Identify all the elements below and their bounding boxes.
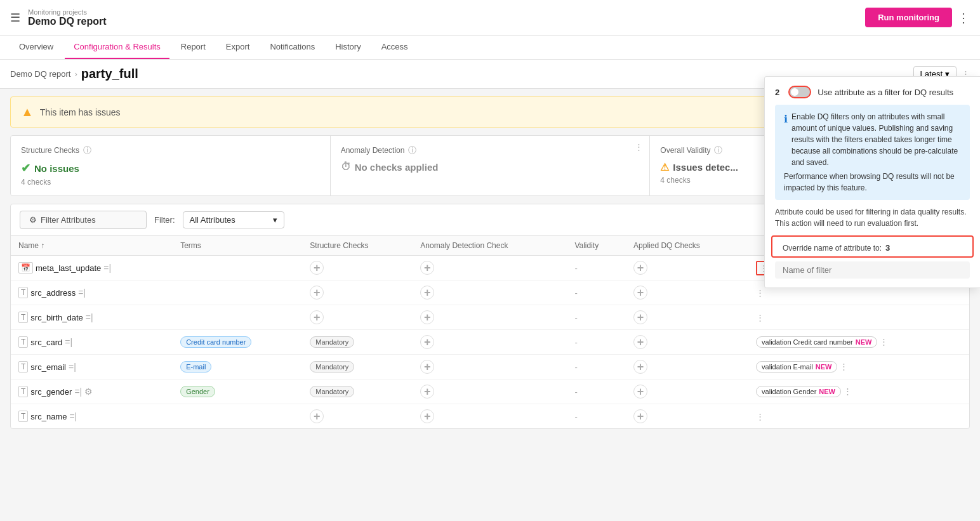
add-anomaly-check-button[interactable]: + bbox=[420, 360, 434, 374]
cell-terms bbox=[173, 280, 302, 305]
type-icon-text: T bbox=[18, 312, 28, 323]
cell-row-actions: validation Gender NEW ⋮ bbox=[748, 379, 969, 404]
add-anomaly-check-button[interactable]: + bbox=[420, 286, 434, 300]
cell-validity: - bbox=[567, 379, 626, 404]
validity-dash: - bbox=[574, 288, 577, 298]
type-icon-text: T bbox=[18, 287, 28, 298]
cell-structure: + bbox=[302, 256, 413, 280]
tab-overview[interactable]: Overview bbox=[10, 36, 62, 59]
structure-checks-status-text: No issues bbox=[34, 163, 79, 174]
new-badge: NEW bbox=[819, 388, 835, 395]
cell-validity: - bbox=[567, 355, 626, 379]
cell-applied-dq: + bbox=[626, 355, 748, 379]
term-tag-gender[interactable]: Gender bbox=[180, 386, 215, 397]
dq-chip[interactable]: validation E-mail NEW bbox=[756, 361, 837, 373]
tab-report[interactable]: Report bbox=[172, 36, 215, 59]
attr-sort-icon[interactable]: =| bbox=[103, 263, 111, 273]
add-structure-check-button[interactable]: + bbox=[310, 310, 324, 324]
info-note-text: Performance when browsing DQ results wil… bbox=[784, 171, 961, 194]
add-dq-check-button[interactable]: + bbox=[633, 385, 647, 399]
table-row: T src_card =| Credit card number Mandato… bbox=[11, 330, 969, 355]
mandatory-badge: Mandatory bbox=[310, 336, 354, 348]
tab-export[interactable]: Export bbox=[217, 36, 259, 59]
tab-config-results[interactable]: Configuration & Results bbox=[65, 36, 169, 59]
dropdown-chevron-icon: ▾ bbox=[273, 215, 277, 225]
structure-checks-info-icon[interactable]: ⓘ bbox=[83, 145, 91, 156]
col-applied-dq: Applied DQ Checks bbox=[626, 236, 748, 256]
cell-anomaly: + bbox=[413, 330, 567, 355]
more-options-icon[interactable]: ⋮ bbox=[957, 10, 970, 25]
anomaly-detection-info-icon[interactable]: ⓘ bbox=[408, 145, 416, 156]
add-dq-check-button[interactable]: + bbox=[633, 360, 647, 374]
attr-sort-icon[interactable]: =| bbox=[69, 411, 77, 421]
cell-anomaly: + bbox=[413, 305, 567, 330]
add-anomaly-check-button[interactable]: + bbox=[420, 409, 434, 423]
breadcrumb-parent-link[interactable]: Demo DQ report bbox=[10, 69, 70, 79]
attr-name-text: src_address bbox=[30, 288, 76, 298]
row-more-icon[interactable]: ⋮ bbox=[844, 386, 852, 396]
cell-terms: E-mail bbox=[173, 355, 302, 379]
breadcrumb-current: party_full bbox=[81, 67, 138, 81]
app-subtitle: Monitoring projects bbox=[28, 8, 107, 16]
attr-sort-icon[interactable]: =| bbox=[78, 287, 86, 298]
tab-access[interactable]: Access bbox=[373, 36, 417, 59]
add-anomaly-check-button[interactable]: + bbox=[420, 261, 434, 275]
overall-validity-status-text: Issues detec... bbox=[673, 162, 738, 173]
row-more-icon[interactable]: ⋮ bbox=[840, 362, 848, 371]
add-anomaly-check-button[interactable]: + bbox=[420, 335, 434, 349]
attr-sort-icon[interactable]: =| bbox=[65, 337, 72, 347]
top-bar-left: ☰ Monitoring projects Demo DQ report bbox=[10, 8, 107, 27]
add-structure-check-button[interactable]: + bbox=[310, 286, 324, 300]
add-dq-check-button[interactable]: + bbox=[633, 286, 647, 300]
filter-name-input[interactable] bbox=[775, 261, 970, 279]
add-dq-check-button[interactable]: + bbox=[633, 335, 647, 349]
dq-filter-toggle[interactable] bbox=[788, 86, 811, 98]
cell-name: T src_email =| bbox=[11, 355, 173, 379]
validity-dash: - bbox=[574, 362, 577, 372]
attr-sort-icon[interactable]: =| bbox=[86, 312, 93, 322]
override-label-text: Override name of attribute to: bbox=[783, 244, 882, 253]
add-dq-check-button[interactable]: + bbox=[633, 310, 647, 324]
cell-validity: - bbox=[567, 404, 626, 429]
tab-history[interactable]: History bbox=[326, 36, 369, 59]
dq-chip[interactable]: validation Credit card number NEW bbox=[756, 336, 877, 348]
filter-value: All Attributes bbox=[190, 215, 235, 225]
check-ok-icon: ✔ bbox=[21, 161, 30, 175]
overall-validity-info-icon[interactable]: ⓘ bbox=[714, 145, 722, 156]
cell-validity: - bbox=[567, 330, 626, 355]
menu-icon[interactable]: ☰ bbox=[10, 11, 20, 25]
tab-notifications[interactable]: Notifications bbox=[261, 36, 324, 59]
validity-dash: - bbox=[574, 263, 577, 273]
info-circle-icon: ℹ bbox=[784, 112, 788, 127]
row-more-icon[interactable]: ⋮ bbox=[756, 288, 764, 298]
add-structure-check-button[interactable]: + bbox=[310, 409, 324, 423]
row-more-icon[interactable]: ⋮ bbox=[756, 412, 764, 421]
add-dq-check-button[interactable]: + bbox=[633, 409, 647, 423]
table-row: T src_email =| E-mail Mandatory + - + va… bbox=[11, 355, 969, 379]
toggle-knob bbox=[791, 88, 798, 96]
cell-applied-dq: + bbox=[626, 305, 748, 330]
warn-icon: ⚠ bbox=[660, 161, 669, 173]
run-monitoring-button[interactable]: Run monitoring bbox=[865, 8, 952, 27]
mandatory-badge: Mandatory bbox=[310, 361, 354, 373]
col-anomaly: Anomaly Detection Check bbox=[413, 236, 567, 256]
validity-dash: - bbox=[574, 338, 577, 347]
col-terms: Terms bbox=[173, 236, 302, 256]
row-more-icon[interactable]: ⋮ bbox=[880, 337, 888, 346]
term-tag[interactable]: Credit card number bbox=[180, 336, 251, 348]
term-tag[interactable]: E-mail bbox=[180, 361, 211, 373]
info-title-text: Enable DQ filters only on attributes wit… bbox=[791, 111, 961, 168]
add-anomaly-check-button[interactable]: + bbox=[420, 385, 434, 399]
attr-sort-icon[interactable]: =| bbox=[74, 386, 82, 397]
add-structure-check-button[interactable]: + bbox=[310, 261, 324, 275]
dq-chip[interactable]: validation Gender NEW bbox=[756, 386, 841, 397]
attr-sort-icon[interactable]: =| bbox=[69, 362, 76, 372]
add-anomaly-check-button[interactable]: + bbox=[420, 310, 434, 324]
row-more-icon[interactable]: ⋮ bbox=[756, 313, 764, 322]
add-dq-check-button[interactable]: + bbox=[633, 261, 647, 275]
cell-terms bbox=[173, 404, 302, 429]
anomaly-card-more-icon[interactable]: ⋮ bbox=[635, 142, 643, 152]
all-attributes-dropdown[interactable]: All Attributes ▾ bbox=[183, 211, 284, 228]
filter-attributes-button[interactable]: ⚙ Filter Attributes bbox=[20, 211, 147, 229]
filter-label: Filter: bbox=[154, 215, 175, 225]
